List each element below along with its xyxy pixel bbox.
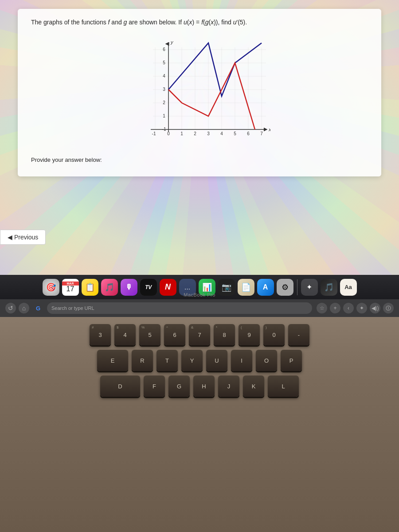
dock-item-sysprefs[interactable]: ⚙ bbox=[277, 279, 293, 296]
svg-text:4: 4 bbox=[163, 74, 165, 78]
key-asterisk-secondary: * bbox=[216, 325, 217, 329]
dock-item-podcasts[interactable]: 🎙 bbox=[121, 279, 137, 296]
key-5-label: 5 bbox=[148, 332, 151, 338]
key-G[interactable]: G bbox=[168, 376, 190, 397]
svg-text:2: 2 bbox=[194, 131, 196, 136]
siri-button[interactable] bbox=[383, 303, 394, 313]
key-hash-secondary: # bbox=[92, 325, 94, 329]
dock-item-preview[interactable]: 📄 bbox=[238, 279, 254, 296]
key-7-label: 7 bbox=[198, 332, 201, 338]
siri-icon bbox=[385, 305, 391, 311]
svg-text:5: 5 bbox=[163, 60, 165, 65]
svg-text:x: x bbox=[268, 127, 270, 132]
provide-answer-label: Provide your answer below: bbox=[31, 156, 368, 163]
graph-svg: -1 0 1 2 3 4 5 6 7 -1 1 2 3 4 5 6 y bbox=[129, 34, 270, 149]
dock-item-bluetooth[interactable]: ✦ bbox=[301, 279, 318, 296]
google-g-letter: G bbox=[36, 305, 40, 312]
svg-text:4: 4 bbox=[220, 131, 223, 136]
svg-text:2: 2 bbox=[163, 100, 165, 105]
key-dash-label: - bbox=[298, 332, 300, 338]
key-3-hash[interactable]: # 3 bbox=[90, 324, 111, 345]
key-H[interactable]: H bbox=[193, 376, 215, 397]
key-4-dollar[interactable]: $ 4 bbox=[114, 324, 136, 345]
key-lparen-secondary: ( bbox=[241, 325, 242, 329]
key-R[interactable]: R bbox=[132, 350, 153, 371]
dock-item-calendar[interactable]: MAR 17 bbox=[62, 279, 79, 296]
key-caret-secondary: ^ bbox=[166, 325, 168, 329]
refresh-button[interactable]: ↺ bbox=[5, 303, 16, 313]
dock-item-appletv[interactable]: TV bbox=[140, 279, 157, 296]
screen-area: The graphs of the functions f and g are … bbox=[0, 0, 399, 275]
key-percent-secondary: % bbox=[141, 325, 145, 329]
home-row: D F G H J K L bbox=[100, 376, 299, 397]
key-dash[interactable]: - bbox=[288, 324, 309, 345]
key-P[interactable]: P bbox=[281, 350, 302, 371]
graph-container: -1 0 1 2 3 4 5 6 7 -1 1 2 3 4 5 6 y bbox=[31, 34, 368, 149]
dock-item-itunes[interactable]: 🎵 bbox=[321, 279, 337, 296]
calendar-day: 17 bbox=[66, 286, 74, 293]
browser-navigation: ↺ ⌂ bbox=[5, 303, 29, 313]
question-card: The graphs of the functions f and g are … bbox=[18, 9, 381, 176]
key-6-label: 6 bbox=[173, 332, 176, 338]
dock-item-appstore[interactable]: A bbox=[257, 279, 274, 296]
volume-button[interactable]: ◀)) bbox=[370, 303, 380, 313]
dock-item-notes[interactable]: 📋 bbox=[82, 279, 98, 296]
svg-text:6: 6 bbox=[247, 131, 250, 136]
key-7-ampersand[interactable]: & 7 bbox=[189, 324, 210, 345]
home-button[interactable]: ⌂ bbox=[19, 303, 29, 313]
dock-divider bbox=[297, 279, 297, 295]
key-T[interactable]: T bbox=[156, 350, 178, 371]
key-I[interactable]: I bbox=[231, 350, 252, 371]
browser-bar: ↺ ⌂ G Search or type URL ☆ + ‹ ✦ ◀)) bbox=[0, 299, 399, 317]
key-U[interactable]: U bbox=[206, 350, 227, 371]
dock-item-music[interactable]: 🎵 bbox=[101, 279, 118, 296]
dock-item-launchpad[interactable]: 🎯 bbox=[43, 279, 59, 296]
tv-label: TV bbox=[145, 284, 151, 290]
bookmark-button[interactable]: ☆ bbox=[317, 303, 327, 313]
key-rparen-secondary: ) bbox=[266, 325, 267, 329]
key-Y[interactable]: Y bbox=[181, 350, 203, 371]
key-3-label: 3 bbox=[98, 332, 102, 338]
key-dollar-secondary: $ bbox=[117, 325, 118, 329]
key-8-label: 8 bbox=[223, 332, 226, 338]
svg-text:5: 5 bbox=[234, 131, 236, 136]
qwerty-row1: E R T Y U I O P bbox=[97, 350, 302, 371]
new-tab-button[interactable]: + bbox=[330, 303, 340, 313]
svg-text:y: y bbox=[170, 39, 174, 45]
svg-text:3: 3 bbox=[163, 87, 165, 92]
svg-text:6: 6 bbox=[163, 47, 165, 52]
key-ampersand-secondary: & bbox=[191, 325, 193, 329]
google-icon: G bbox=[34, 304, 43, 313]
dock-item-fontbook[interactable]: Aa bbox=[340, 279, 357, 296]
back-nav-button[interactable]: ‹ bbox=[343, 303, 354, 313]
svg-text:1: 1 bbox=[163, 113, 165, 118]
key-8-asterisk[interactable]: * 8 bbox=[214, 324, 235, 345]
key-9-label: 9 bbox=[247, 332, 250, 338]
dock-item-photos[interactable]: 📷 bbox=[218, 279, 235, 296]
url-bar[interactable]: Search or type URL bbox=[47, 302, 312, 314]
macbook-label: MacBook Pro bbox=[184, 292, 215, 297]
key-K[interactable]: K bbox=[243, 376, 264, 397]
key-O[interactable]: O bbox=[256, 350, 277, 371]
browser-actions: ☆ + ‹ ✦ ◀)) bbox=[317, 303, 394, 313]
key-9-lparen[interactable]: ( 9 bbox=[239, 324, 260, 345]
svg-text:0: 0 bbox=[167, 131, 170, 136]
svg-text:-1: -1 bbox=[162, 127, 166, 132]
key-E[interactable]: E bbox=[97, 350, 128, 371]
brightness-button[interactable]: ✦ bbox=[356, 303, 367, 313]
previous-button[interactable]: ◀ Previous bbox=[0, 230, 46, 245]
svg-text:1: 1 bbox=[180, 131, 183, 136]
key-F[interactable]: F bbox=[144, 376, 165, 397]
key-5-percent[interactable]: % 5 bbox=[139, 324, 160, 345]
key-J[interactable]: J bbox=[218, 376, 239, 397]
dock-bar: 🎯 MAR 17 📋 🎵 🎙 TV N … 📊 📷 📄 A ⚙ bbox=[0, 275, 399, 299]
key-0-label: 0 bbox=[272, 332, 275, 338]
question-text: The graphs of the functions f and g are … bbox=[31, 18, 368, 27]
dock-item-netflix[interactable]: N bbox=[160, 279, 176, 296]
keyboard-area: # 3 $ 4 % 5 ^ 6 & 7 * 8 ( 9 ) 0 bbox=[0, 317, 399, 532]
key-6-caret[interactable]: ^ 6 bbox=[164, 324, 185, 345]
key-D[interactable]: D bbox=[100, 376, 140, 397]
key-0-rparen[interactable]: ) 0 bbox=[263, 324, 285, 345]
key-L[interactable]: L bbox=[268, 376, 299, 397]
svg-text:3: 3 bbox=[207, 131, 210, 136]
